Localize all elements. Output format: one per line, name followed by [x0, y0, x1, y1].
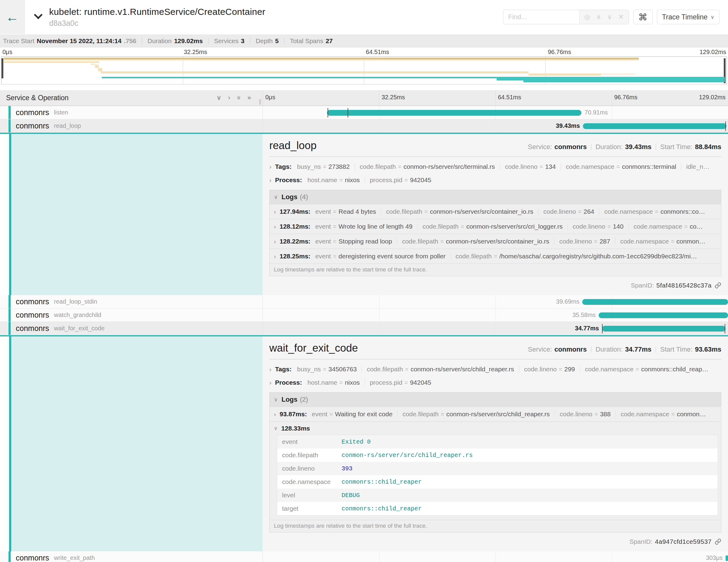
logs-accordion-header[interactable]: ∨ Logs (4): [270, 190, 721, 204]
kv-equals: =: [594, 238, 597, 245]
kv-value: 942045: [410, 379, 431, 386]
span-duration-bar[interactable]: [726, 555, 728, 561]
kv-key: code.lineno: [559, 238, 592, 245]
kv-table-key: event: [282, 438, 342, 445]
span-row-read-loop[interactable]: conmonrs read_loop 39.43ms: [0, 119, 728, 133]
start-time-label: Start Time:: [660, 346, 692, 353]
span-bar-cell[interactable]: 70.91ms: [263, 106, 728, 119]
span-duration-bar[interactable]: [602, 326, 726, 332]
spanid-label: SpanID:: [631, 282, 654, 289]
kv-key: code.lineno: [543, 208, 576, 215]
kv-pair: idle_n…: [681, 163, 709, 170]
divider: [591, 144, 591, 150]
log-row[interactable]: › 127.94ms: event=Read 4 bytescode.filep…: [270, 204, 721, 219]
deep-link-icon[interactable]: [715, 538, 721, 545]
span-bar-cell[interactable]: 39.43ms: [263, 119, 728, 132]
process-accordion[interactable]: › Process: host.name=nixosprocess.pid=94…: [269, 376, 721, 389]
log-row[interactable]: › 93.87ms: event=Waiting for exit codeco…: [270, 407, 721, 421]
kv-value: Waiting for exit code: [335, 410, 392, 418]
find-input[interactable]: [503, 10, 579, 24]
depth-value: 5: [275, 37, 279, 45]
span-row-wait-for-exit-code[interactable]: conmonrs wait_for_exit_code 34.77ms: [0, 322, 728, 335]
divider: [142, 38, 142, 44]
expand-one-icon[interactable]: ›: [228, 94, 230, 102]
minimap-tick: 32.25ms: [184, 49, 207, 56]
process-accordion[interactable]: › Process: host.name=nixosprocess.pid=94…: [269, 173, 721, 187]
span-bar-cell[interactable]: 303μs: [263, 551, 728, 562]
trace-start-value: November 15 2022, 11:24:14: [37, 37, 121, 45]
span-duration-bar[interactable]: [582, 299, 728, 305]
view-selector-label: Trace Timeline: [662, 13, 708, 21]
tags-accordion[interactable]: › Tags: busy_ns=34506763code.filepath=co…: [269, 363, 721, 376]
kv-pair: code.filepath=conmon-rs/server/src/conta…: [397, 238, 549, 245]
span-color-accent: [9, 308, 11, 322]
process-label: Process:: [275, 176, 302, 184]
span-bar-cell[interactable]: 35.58ms: [263, 308, 728, 322]
span-row-read-loop-stdin[interactable]: conmonrs read_loop_stdin 39.69ms: [0, 295, 728, 308]
log-timestamp: 128.12ms:: [280, 223, 311, 230]
find-next-icon[interactable]: ∨: [607, 13, 612, 21]
span-service: conmonrs: [16, 108, 49, 117]
span-duration-bar[interactable]: [327, 110, 581, 116]
duration-label: Duration:: [596, 346, 623, 353]
kv-key: code.filepath: [403, 410, 439, 418]
collapse-all-icon[interactable]: »: [235, 96, 243, 100]
logs-accordion-header[interactable]: ∨ Logs (2): [270, 393, 721, 407]
kv-equals: =: [323, 163, 326, 170]
divider: [656, 346, 656, 353]
kv-value: conmonrs::co…: [660, 208, 705, 215]
log-row[interactable]: › 128.12ms: event=Wrote log line of leng…: [270, 219, 721, 234]
collapse-trace-chevron-icon[interactable]: [34, 11, 43, 19]
log-marker-tick: [328, 108, 328, 118]
kv-equals: =: [594, 411, 598, 417]
duration-value: 39.43ms: [625, 143, 651, 151]
log-timestamp: 127.94ms:: [280, 208, 311, 215]
minimap-tick: 64.51ms: [366, 49, 389, 56]
back-button[interactable]: ←: [0, 0, 25, 34]
minimap-handle-left[interactable]: [2, 58, 3, 78]
kv-pair: busy_ns=34506763: [297, 366, 357, 373]
spanid-row: SpanID: 5faf48165428c37a: [269, 279, 721, 291]
row-gridline: [495, 308, 496, 322]
span-row-listen[interactable]: conmonrs listen 70.91ms: [0, 106, 728, 119]
collapse-one-icon[interactable]: ∨: [216, 94, 221, 102]
span-row-write-exit-path[interactable]: conmonrs write_exit_path 303μs: [0, 551, 728, 562]
deep-link-icon[interactable]: [715, 282, 721, 289]
kv-pair: host.name=nixos: [308, 379, 360, 386]
span-bar-cell[interactable]: 34.77ms: [263, 322, 728, 335]
kv-key: event: [315, 238, 331, 245]
span-table-header: Service & Operation ∨ › » » ∥ 0μs 32.25m…: [0, 90, 728, 106]
span-bar-cell[interactable]: 39.69ms: [263, 295, 728, 308]
kv-key: code.filepath: [367, 366, 403, 373]
view-selector-button[interactable]: Trace Timeline ∨: [657, 10, 719, 24]
keyboard-shortcuts-button[interactable]: ⌘: [633, 10, 653, 24]
match-target-icon[interactable]: ◎: [584, 13, 590, 21]
find-clear-icon[interactable]: ✕: [618, 13, 624, 21]
span-duration-bar[interactable]: [599, 312, 728, 318]
chevron-right-icon: ›: [269, 163, 271, 170]
expanded-log-header[interactable]: ∨ 128.33ms: [270, 421, 721, 435]
log-row[interactable]: › 128.22ms: event=Stopping read loopcode…: [270, 234, 721, 249]
span-duration-bar[interactable]: [583, 123, 726, 129]
column-resize-handle[interactable]: ∥: [259, 98, 261, 105]
kv-value: 34506763: [328, 366, 357, 373]
expand-all-icon[interactable]: »: [247, 94, 251, 102]
tags-accordion[interactable]: › Tags: busy_ns=273882code.filepath=conm…: [269, 160, 721, 173]
span-row-watch-grandchild[interactable]: conmonrs watch_grandchild 35.58ms: [0, 308, 728, 322]
kv-value: Read 4 bytes: [338, 208, 376, 215]
kv-table-row: code.filepath conmon-rs/server/src/child…: [277, 448, 718, 462]
kv-equals: =: [578, 208, 581, 215]
trace-minimap[interactable]: [1, 56, 727, 84]
log-row[interactable]: › 128.25ms: event=deregistering event so…: [270, 249, 721, 264]
logs-footnote: Log timestamps are relative to the start…: [270, 520, 721, 532]
log-timestamp: 93.87ms:: [280, 410, 307, 418]
span-duration-label: 39.43ms: [556, 122, 580, 129]
kv-key: code.lineno: [505, 163, 537, 170]
span-color-accent: [9, 106, 11, 119]
kv-pair: code.filepath=conmon-rs/server/src/cri_l…: [417, 223, 563, 230]
find-prev-icon[interactable]: ∧: [596, 13, 601, 21]
kv-value: conmon…: [677, 410, 706, 418]
log-kv-list: event=deregistering event source from po…: [315, 253, 697, 260]
minimap-span-segment: [4, 61, 99, 63]
services-label: Services: [214, 37, 239, 45]
